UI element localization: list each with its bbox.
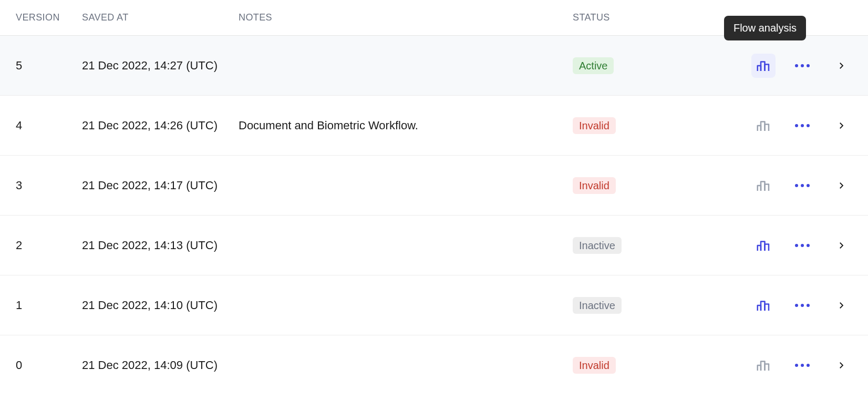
chevron-right-icon <box>836 301 846 310</box>
chevron-right-icon <box>836 121 846 130</box>
bar-chart-icon <box>756 298 771 313</box>
open-version-button[interactable] <box>829 54 853 78</box>
chevron-right-icon <box>836 61 846 70</box>
more-horizontal-icon <box>795 364 810 367</box>
cell-status: Invalid <box>571 357 691 374</box>
cell-version: 4 <box>0 119 80 132</box>
more-actions-button[interactable] <box>790 54 814 78</box>
cell-status: Inactive <box>571 297 691 314</box>
flow-analysis-button[interactable] <box>751 54 776 78</box>
cell-version: 5 <box>0 59 80 73</box>
open-version-button[interactable] <box>829 233 853 258</box>
cell-saved-at: 21 Dec 2022, 14:17 (UTC) <box>80 179 236 192</box>
cell-notes: Document and Biometric Workflow. <box>236 119 571 132</box>
cell-actions <box>691 54 868 78</box>
cell-saved-at: 21 Dec 2022, 14:27 (UTC) <box>80 59 236 73</box>
header-saved-at: SAVED AT <box>80 12 236 23</box>
cell-saved-at: 21 Dec 2022, 14:26 (UTC) <box>80 119 236 132</box>
header-notes: NOTES <box>236 12 571 23</box>
table-header-row: VERSION SAVED AT NOTES STATUS Flow analy… <box>0 0 868 36</box>
more-actions-button[interactable] <box>790 353 814 377</box>
table-row: 321 Dec 2022, 14:17 (UTC)Invalid <box>0 156 868 216</box>
table-row: 221 Dec 2022, 14:13 (UTC)Inactive <box>0 216 868 275</box>
cell-version: 3 <box>0 179 80 192</box>
bar-chart-icon <box>756 178 771 193</box>
status-badge: Inactive <box>573 237 622 254</box>
more-actions-button[interactable] <box>790 293 814 317</box>
more-horizontal-icon <box>795 124 810 127</box>
cell-actions <box>691 114 868 138</box>
flow-analysis-button[interactable] <box>751 233 776 258</box>
more-horizontal-icon <box>795 64 810 67</box>
cell-saved-at: 21 Dec 2022, 14:10 (UTC) <box>80 299 236 312</box>
header-status: STATUS <box>571 12 691 23</box>
versions-table: VERSION SAVED AT NOTES STATUS Flow analy… <box>0 0 868 395</box>
header-version: VERSION <box>0 12 80 23</box>
table-row: 521 Dec 2022, 14:27 (UTC)Active <box>0 36 868 96</box>
bar-chart-icon <box>756 238 771 253</box>
status-badge: Invalid <box>573 357 616 374</box>
status-badge: Invalid <box>573 117 616 134</box>
cell-actions <box>691 293 868 317</box>
bar-chart-icon <box>756 118 771 134</box>
status-badge: Inactive <box>573 297 622 314</box>
status-badge: Invalid <box>573 177 616 194</box>
cell-actions <box>691 233 868 258</box>
cell-saved-at: 21 Dec 2022, 14:13 (UTC) <box>80 239 236 252</box>
more-actions-button[interactable] <box>790 233 814 258</box>
chevron-right-icon <box>836 361 846 370</box>
open-version-button[interactable] <box>829 353 853 377</box>
flow-analysis-button[interactable] <box>751 293 776 317</box>
cell-version: 0 <box>0 358 80 372</box>
cell-saved-at: 21 Dec 2022, 14:09 (UTC) <box>80 358 236 372</box>
cell-actions <box>691 173 868 198</box>
more-actions-button[interactable] <box>790 114 814 138</box>
open-version-button[interactable] <box>829 114 853 138</box>
cell-actions <box>691 353 868 377</box>
table-row: 121 Dec 2022, 14:10 (UTC)Inactive <box>0 275 868 335</box>
chevron-right-icon <box>836 241 846 250</box>
more-horizontal-icon <box>795 184 810 187</box>
cell-status: Invalid <box>571 117 691 134</box>
bar-chart-icon <box>756 357 771 373</box>
cell-status: Inactive <box>571 237 691 254</box>
cell-status: Invalid <box>571 177 691 194</box>
flow-analysis-tooltip: Flow analysis <box>724 16 806 40</box>
more-horizontal-icon <box>795 244 810 247</box>
open-version-button[interactable] <box>829 173 853 198</box>
flow-analysis-button[interactable] <box>751 114 776 138</box>
table-row: 021 Dec 2022, 14:09 (UTC)Invalid <box>0 335 868 395</box>
status-badge: Active <box>573 57 614 74</box>
table-row: 421 Dec 2022, 14:26 (UTC)Document and Bi… <box>0 96 868 156</box>
cell-version: 1 <box>0 299 80 312</box>
open-version-button[interactable] <box>829 293 853 317</box>
more-horizontal-icon <box>795 304 810 307</box>
flow-analysis-button[interactable] <box>751 353 776 377</box>
more-actions-button[interactable] <box>790 173 814 198</box>
bar-chart-icon <box>756 58 771 74</box>
cell-version: 2 <box>0 239 80 252</box>
cell-status: Active <box>571 57 691 74</box>
chevron-right-icon <box>836 181 846 190</box>
flow-analysis-button[interactable] <box>751 173 776 198</box>
